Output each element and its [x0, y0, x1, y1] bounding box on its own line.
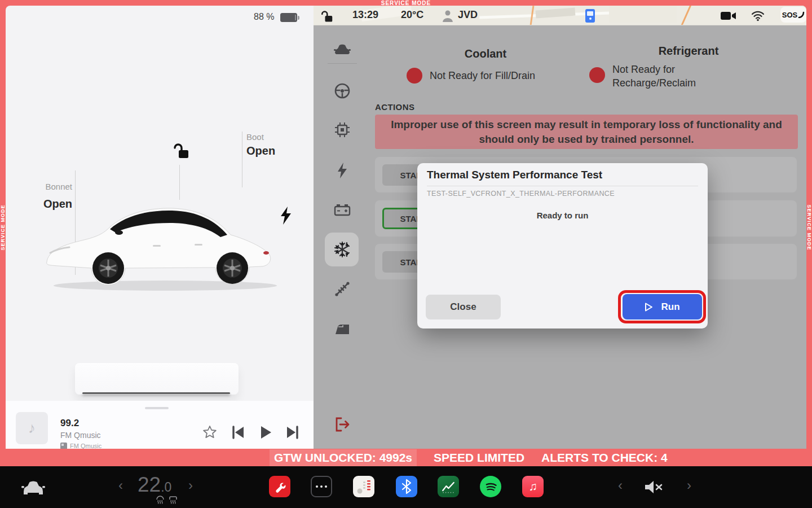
temperature-value: 22	[138, 473, 161, 497]
service-mode-top-banner: SERVICE MODE	[0, 0, 812, 6]
clock: 13:29	[352, 9, 378, 21]
service-alert-bar: GTW UNLOCKED: 4992s SPEED LIMITED ALERTS…	[0, 449, 812, 466]
temp-decrease-chevron[interactable]: ‹	[118, 478, 123, 493]
media-player[interactable]: ♪ 99.2 FM Qmusic FM Qmusic	[6, 401, 314, 449]
previous-track-icon[interactable]	[230, 424, 246, 440]
source-badge-icon	[60, 443, 67, 449]
stocks-app-icon[interactable]	[438, 476, 459, 497]
close-button[interactable]: Close	[426, 295, 501, 319]
volume-down-chevron[interactable]: ‹	[618, 478, 623, 493]
boot-label: Boot	[246, 132, 264, 142]
spotify-waves-icon	[482, 478, 499, 495]
front-defrost-icon[interactable]	[156, 496, 165, 504]
dialog-title: Thermal System Performance Test	[427, 169, 602, 181]
app-dock: ‹ 22 .0 ›	[0, 466, 812, 508]
source-name: FM Qmusic	[70, 443, 102, 449]
bottom-sheet-card	[75, 363, 239, 395]
tuner-glyph	[353, 476, 374, 497]
transit-map-pin-icon	[585, 9, 595, 23]
play-icon[interactable]	[257, 424, 273, 440]
favorite-star-icon[interactable]	[202, 424, 218, 440]
tesla-touchscreen: 88 % Bonnet Open Boot Open	[0, 0, 812, 508]
sos-handset-icon	[798, 11, 805, 18]
music-note-glyph: ♫	[528, 480, 537, 493]
alerts-to-check-status[interactable]: ALERTS TO CHECK: 4	[541, 451, 668, 465]
rear-defrost-icon[interactable]	[169, 496, 178, 504]
service-mode-right-strip: SERVICE MODE	[806, 6, 812, 449]
run-play-icon	[645, 303, 653, 312]
battery-percent: 88 %	[254, 12, 274, 22]
rear-wheel	[217, 252, 248, 284]
driver-profile-icon[interactable]	[442, 10, 453, 22]
album-art-placeholder[interactable]: ♪	[16, 412, 48, 444]
outside-temperature[interactable]: 20°C	[401, 9, 423, 21]
boot-state[interactable]: Open	[246, 144, 275, 157]
battery-icon	[280, 13, 297, 22]
tuner-app-icon[interactable]	[353, 476, 374, 497]
sos-label: SOS	[782, 11, 797, 19]
bluetooth-app-icon[interactable]	[396, 476, 417, 497]
wrench-icon	[272, 479, 287, 494]
service-mode-label: SERVICE MODE	[381, 0, 431, 6]
station-frequency: 99.2	[60, 418, 79, 429]
music-note-icon: ♪	[28, 419, 36, 437]
next-track-icon[interactable]	[285, 424, 301, 440]
music-app-icon[interactable]: ♫	[522, 476, 544, 497]
bonnet-label: Bonnet	[21, 182, 72, 191]
platform-shadow	[82, 392, 230, 394]
spotify-app-icon[interactable]	[480, 476, 501, 497]
driver-profile-name[interactable]: JVD	[458, 9, 478, 21]
temperature-decimal: .0	[161, 480, 171, 495]
stocks-chart-icon	[440, 478, 457, 495]
boot-callout-line	[242, 132, 242, 187]
run-button-label: Run	[661, 301, 679, 313]
station-name: FM Qmusic	[60, 431, 101, 440]
unlocked-status-icon[interactable]	[319, 9, 333, 23]
dialog-divider	[427, 186, 698, 186]
run-button[interactable]: Run	[623, 294, 702, 319]
dock-car-icon[interactable]	[20, 477, 46, 497]
service-app-icon[interactable]	[269, 476, 290, 497]
sos-button[interactable]: SOS	[780, 7, 806, 23]
vehicle-status-panel: 88 % Bonnet Open Boot Open	[6, 6, 314, 449]
speed-limited-status: SPEED LIMITED	[434, 451, 524, 465]
unlocked-icon[interactable]	[171, 141, 188, 159]
top-status-bar: 13:29 20°C JVD SOS	[314, 6, 806, 25]
volume-up-chevron[interactable]: ›	[687, 478, 691, 493]
dialog-test-id: TEST-SELF_VCFRONT_X_THERMAL-PERFORMANCE	[427, 190, 615, 198]
gtw-unlocked-status: GTW UNLOCKED: 4992s	[270, 449, 417, 466]
dashcam-icon[interactable]	[721, 11, 736, 21]
muted-speaker-icon[interactable]	[644, 480, 664, 494]
dialog-status: Ready to run	[417, 211, 708, 220]
more-apps-icon[interactable]	[311, 476, 332, 497]
front-wheel	[92, 252, 124, 284]
service-mode-left-strip: SERVICE MODE	[0, 6, 6, 449]
vehicle-render	[37, 191, 288, 295]
cabin-temperature[interactable]: 22 .0	[138, 473, 171, 497]
sheet-drag-handle[interactable]	[145, 407, 169, 409]
bluetooth-icon	[400, 479, 413, 494]
wifi-icon[interactable]	[751, 10, 765, 21]
temp-increase-chevron[interactable]: ›	[188, 478, 193, 493]
